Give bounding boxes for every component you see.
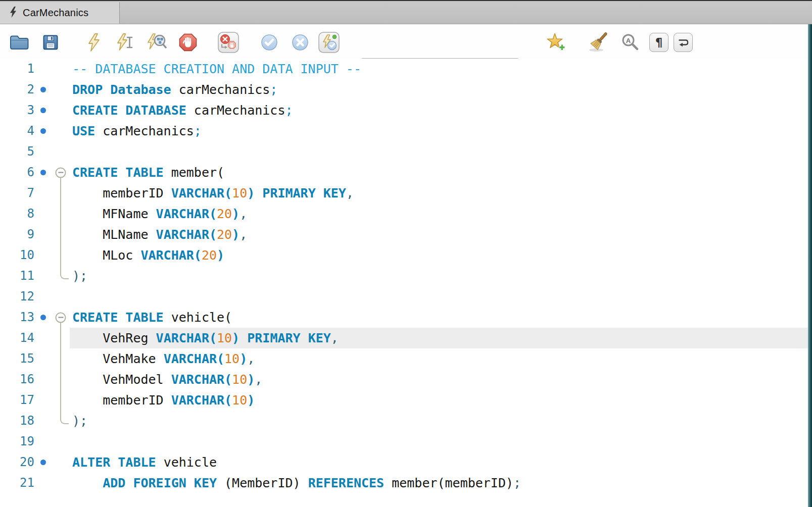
code-line[interactable]: 6CREATE TABLE member(: [0, 162, 812, 183]
code-text[interactable]: CREATE TABLE vehicle(: [70, 307, 812, 328]
code-line[interactable]: 3CREATE DATABASE carMechanics;: [0, 100, 812, 121]
toggle-word-wrap-button[interactable]: [674, 33, 693, 52]
window-edge: [808, 24, 812, 507]
toggle-autocommit-button[interactable]: [318, 32, 340, 53]
code-line[interactable]: 4USE carMechanics;: [0, 121, 812, 141]
code-text[interactable]: VehModel VARCHAR(10),: [70, 369, 812, 390]
code-line[interactable]: 19: [0, 431, 812, 452]
code-text[interactable]: VehMake VARCHAR(10),: [70, 348, 812, 369]
code-line[interactable]: 14 VehReg VARCHAR(10) PRIMARY KEY,: [0, 328, 812, 348]
check-circle-icon: [261, 44, 278, 53]
code-line[interactable]: 2DROP Database carMechanics;: [0, 79, 812, 100]
lightning-bolt-icon: [9, 7, 17, 20]
code-text[interactable]: ADD FOREIGN KEY (MemberID) REFERENCES me…: [70, 473, 812, 493]
code-line[interactable]: 12: [0, 286, 812, 307]
line-number: 3: [0, 100, 34, 121]
line-number: 19: [0, 431, 34, 452]
statement-marker: [40, 128, 46, 134]
code-text[interactable]: MLoc VARCHAR(20): [70, 245, 812, 266]
statement-marker: [40, 170, 46, 175]
toggle-stop-on-error-button[interactable]: [218, 32, 239, 53]
lightning-cursor-icon: [116, 44, 134, 53]
code-text[interactable]: -- DATABASE CREATION AND DATA INPUT --: [70, 59, 812, 79]
code-text[interactable]: DROP Database carMechanics;: [70, 79, 812, 100]
code-line[interactable]: 7 memberID VARCHAR(10) PRIMARY KEY,: [0, 183, 812, 204]
save-button[interactable]: [43, 35, 58, 50]
line-number: 8: [0, 204, 34, 224]
code-text[interactable]: [70, 431, 812, 452]
stop-on-error-icon: [218, 46, 239, 55]
code-text[interactable]: MFName VARCHAR(20),: [70, 204, 812, 224]
code-line[interactable]: 17 memberID VARCHAR(10): [0, 390, 812, 411]
code-text[interactable]: CREATE TABLE member(: [70, 162, 812, 183]
line-number: 4: [0, 121, 34, 141]
explain-plan-button[interactable]: [147, 33, 167, 52]
line-number: 14: [0, 328, 34, 348]
line-number: 10: [0, 245, 34, 266]
code-text[interactable]: MLName VARCHAR(20),: [70, 224, 812, 245]
code-text[interactable]: CREATE DATABASE carMechanics;: [70, 100, 812, 121]
code-text[interactable]: VehReg VARCHAR(10) PRIMARY KEY,: [70, 328, 812, 348]
line-number: 15: [0, 348, 34, 369]
code-line[interactable]: 10 MLoc VARCHAR(20): [0, 245, 812, 266]
stop-execution-button[interactable]: [179, 33, 197, 52]
code-editor[interactable]: 1-- DATABASE CREATION AND DATA INPUT --2…: [0, 59, 812, 507]
tab-label: CarMechanics: [23, 7, 88, 19]
find-button[interactable]: A: [620, 33, 640, 52]
rollback-button[interactable]: [292, 34, 309, 51]
line-number: 1: [0, 59, 34, 79]
x-circle-icon: [292, 44, 309, 53]
fold-toggle-icon[interactable]: [56, 312, 66, 323]
code-line[interactable]: 8 MFName VARCHAR(20),: [0, 204, 812, 224]
code-text[interactable]: USE carMechanics;: [70, 121, 812, 141]
line-number: 2: [0, 79, 34, 100]
statement-marker: [40, 315, 46, 320]
tab-carmechanics[interactable]: CarMechanics: [0, 2, 120, 24]
code-line[interactable]: 20ALTER TABLE vehicle: [0, 452, 812, 473]
line-number: 17: [0, 390, 34, 411]
code-text[interactable]: );: [70, 266, 812, 286]
statement-marker: [40, 108, 46, 113]
folder-icon: [9, 44, 30, 53]
code-text[interactable]: [70, 286, 812, 307]
code-line[interactable]: 13CREATE TABLE vehicle(: [0, 307, 812, 328]
execute-all-button[interactable]: [87, 33, 101, 52]
code-line[interactable]: 11);: [0, 266, 812, 286]
line-number: 13: [0, 307, 34, 328]
line-number: 18: [0, 411, 34, 431]
svg-text:A: A: [626, 37, 631, 44]
tab-bar: CarMechanics: [0, 0, 812, 24]
code-text[interactable]: ALTER TABLE vehicle: [70, 452, 812, 473]
lightning-bolt-icon: [87, 44, 101, 53]
code-text[interactable]: );: [70, 411, 812, 431]
sql-editor-toolbar: Limit to 1000 rows: [0, 24, 812, 59]
execute-current-button[interactable]: [116, 33, 134, 52]
open-file-button[interactable]: [9, 33, 30, 52]
line-number: 21: [0, 473, 34, 493]
stop-hand-icon: [179, 44, 197, 53]
fold-toggle-icon[interactable]: [56, 167, 66, 178]
save-snippet-button[interactable]: [546, 33, 566, 52]
code-line[interactable]: 18);: [0, 411, 812, 431]
code-line[interactable]: 9 MLName VARCHAR(20),: [0, 224, 812, 245]
code-line[interactable]: 1-- DATABASE CREATION AND DATA INPUT --: [0, 59, 812, 79]
statement-marker: [40, 87, 46, 92]
statement-marker: [40, 460, 46, 465]
line-number: 9: [0, 224, 34, 245]
code-line[interactable]: 15 VehMake VARCHAR(10),: [0, 348, 812, 369]
code-line[interactable]: 21 ADD FOREIGN KEY (MemberID) REFERENCES…: [0, 473, 812, 493]
code-line[interactable]: 5: [0, 141, 812, 162]
lightning-magnifier-icon: [147, 44, 167, 53]
search-icon: A: [620, 45, 640, 54]
commit-button[interactable]: [261, 34, 278, 51]
show-invisibles-button[interactable]: ¶: [649, 33, 668, 52]
code-line[interactable]: 16 VehModel VARCHAR(10),: [0, 369, 812, 390]
code-text[interactable]: memberID VARCHAR(10) PRIMARY KEY,: [70, 183, 812, 204]
code-text[interactable]: [70, 141, 812, 162]
line-number: 7: [0, 183, 34, 204]
star-plus-icon: [546, 45, 566, 54]
code-text[interactable]: memberID VARCHAR(10): [70, 390, 812, 411]
line-number: 20: [0, 452, 34, 473]
line-number: 5: [0, 141, 34, 162]
beautify-button[interactable]: [587, 32, 609, 53]
